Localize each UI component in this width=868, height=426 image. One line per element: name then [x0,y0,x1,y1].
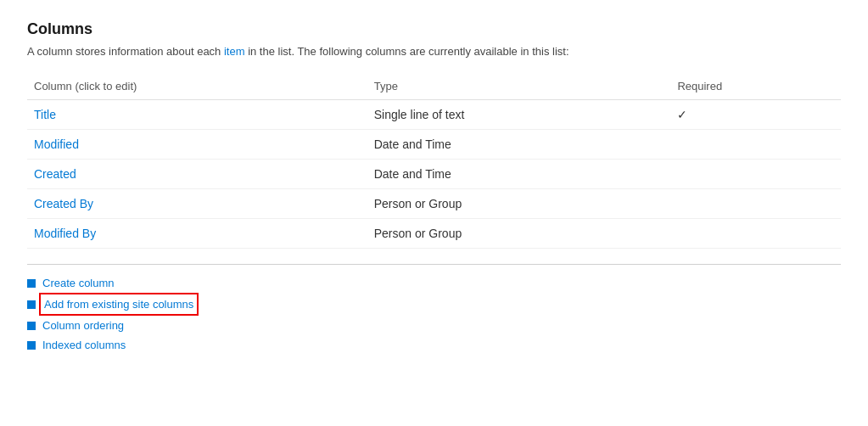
table-row: TitleSingle line of text✓ [27,100,841,130]
column-name-cell: Modified [27,130,367,160]
column-type-cell: Person or Group [367,219,671,249]
bullet-icon [27,341,36,350]
action-item-indexed-columns: Indexed columns [27,339,841,351]
column-name-link[interactable]: Created By [34,197,93,210]
table-row: CreatedDate and Time [27,160,841,189]
column-name-link[interactable]: Title [34,108,56,121]
description-prefix: A column stores information about each [27,45,224,58]
column-name-link[interactable]: Modified By [34,227,96,240]
column-name-link[interactable]: Created [34,167,76,181]
column-type-cell: Date and Time [367,160,671,189]
column-type-cell: Single line of text [367,100,671,130]
column-name-cell: Title [27,100,367,130]
table-row: ModifiedDate and Time [27,130,841,160]
column-type-cell: Person or Group [367,189,671,219]
section-divider [27,264,841,265]
col-header-type: Type [367,75,671,100]
actions-list: Create columnAdd from existing site colu… [27,277,841,351]
bullet-icon [27,322,36,330]
add-from-existing-link[interactable]: Add from existing site columns [42,296,195,312]
page-description: A column stores information about each i… [27,45,841,58]
table-row: Created ByPerson or Group [27,189,841,219]
column-required-cell [670,189,841,219]
table-row: Modified ByPerson or Group [27,219,841,249]
col-header-required: Required [670,75,841,100]
column-type-cell: Date and Time [367,130,671,160]
bullet-icon [27,279,36,288]
action-item-column-ordering: Column ordering [27,319,841,332]
col-header-name: Column (click to edit) [27,75,367,100]
column-required-cell [670,130,841,160]
action-item-create-column: Create column [27,277,841,289]
column-required-cell [670,160,841,189]
column-name-link[interactable]: Modified [34,137,79,151]
description-link[interactable]: item [224,45,245,58]
table-header-row: Column (click to edit) Type Required [27,75,841,100]
column-ordering-link[interactable]: Column ordering [42,319,124,332]
column-required-cell: ✓ [670,100,841,130]
columns-table: Column (click to edit) Type Required Tit… [27,75,841,249]
indexed-columns-link[interactable]: Indexed columns [42,339,126,351]
create-column-link[interactable]: Create column [42,277,115,289]
column-required-cell [670,219,841,249]
page-title: Columns [27,20,841,38]
column-name-cell: Modified By [27,219,367,249]
column-name-cell: Created By [27,189,367,219]
description-suffix: in the list. The following columns are c… [245,45,569,58]
column-name-cell: Created [27,160,367,189]
action-item-add-from-existing: Add from existing site columns [27,296,841,312]
bullet-icon [27,300,36,309]
